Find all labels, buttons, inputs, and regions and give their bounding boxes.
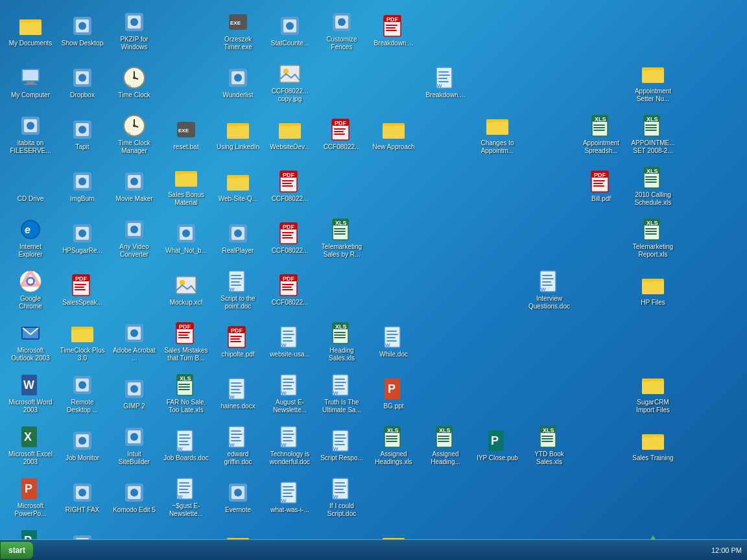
desktop-icon-using-linkedin[interactable]: Using LinkedIn [213,109,263,159]
desktop-icon-sales-training[interactable]: Sales Training [628,420,678,471]
desktop-icon-script-respo[interactable]: WScript Respo... [316,420,367,471]
sales-training-label: Sales Training [632,454,673,462]
desktop-icon-website-dev[interactable]: WebsiteDev... [265,109,315,159]
desktop-icon-telemarketing-report[interactable]: XLSTelemarketing Report.xls [628,213,678,263]
changes-to-appoint-label: Changes to Appointm... [475,139,520,155]
desktop-icon-itabita[interactable]: itabita on FILESERVE... [5,109,56,159]
desktop-icon-sales-mistakes[interactable]: PDFSales Mistakes that Turn B... [161,316,211,367]
desktop-icon-adobe-acrobat[interactable]: Adobe Acrobat ... [109,316,160,367]
desktop-icon-tilde-gust[interactable]: W~$gust E-Newslette... [161,472,211,522]
desktop-icon-gimp2[interactable]: GIMP 2 [109,368,160,419]
desktop-icon-bill-pdf[interactable]: PDFBill.pdf [576,161,626,211]
desktop-icon-changes-to-appoint[interactable]: Changes to Appointm... [472,109,523,159]
svg-rect-26 [24,84,37,85]
desktop-icon-orzeszek-timer[interactable]: EXEOrzeszek Timer.exe [213,5,263,56]
svg-rect-218 [334,332,346,333]
desktop-icon-intuit-sitebuilder[interactable]: Intuit SiteBuilder [109,420,160,471]
desktop-icon-website-usa[interactable]: Wwebsite-usa... [265,316,315,367]
desktop-icon-evernote[interactable]: Evernote [213,472,263,522]
desktop-icon-remote-desktop[interactable]: Remote Desktop ... [57,368,108,419]
desktop-icon-telemarketing-sales[interactable]: XLSTelemarketing Sales by R... [316,213,367,263]
desktop-icon-movie-maker[interactable]: Movie Maker [109,161,160,211]
desktop-icon-timeclock-plus[interactable]: TimeClock Plus 3.0 [57,316,108,367]
desktop-icon-new-approach[interactable]: New Approach [368,109,419,159]
desktop-icon-while-doc[interactable]: WWhile.doc [368,316,419,367]
desktop-icon-haines-doc[interactable]: Whaines.docx [213,368,263,419]
desktop-icon-technology-wonderful[interactable]: WTechnology is wonderful.doc [265,420,315,471]
desktop-icon-time-clock-manager[interactable]: ⏱Time Clock Manager [109,109,160,159]
desktop-icon-truth-is[interactable]: WTruth Is The Ultimate Sa... [316,368,367,419]
desktop-icon-bg-ppt[interactable]: PBG.ppt [368,368,419,419]
desktop-icon-hp-files[interactable]: HP Files [628,264,678,315]
desktop-icon-ms-word-2003[interactable]: WMicrosoft Word 2003 [5,368,56,419]
desktop-icon-breakdown-doc2[interactable]: WBreakdown.... [420,57,471,108]
desktop-icon-tapit[interactable]: Tapit [57,109,108,159]
desktop-icon-job-boards-doc[interactable]: WJob Boards.doc [161,420,211,471]
desktop-icon-interview-questions[interactable]: WInterview Questions.doc [524,264,575,315]
svg-rect-346 [335,492,345,493]
heading-sales-icon: XLS [329,321,354,345]
desktop-icon-hpsugar[interactable]: HPSugarRe... [57,213,108,263]
desktop-icon-reset-bat[interactable]: EXEreset.bat [161,109,211,159]
desktop-icon-internet-explorer[interactable]: eInternet Explorer [5,213,56,263]
desktop-icon-time-clock[interactable]: ⏱Time Clock [109,57,160,108]
desktop-icon-august-enewsletter[interactable]: WAugust E-Newslette... [265,368,315,419]
desktop-icon-dropbox[interactable]: Dropbox [57,57,108,108]
desktop-icon-chipolte-pdf[interactable]: PDFchipolte.pdf [213,316,263,367]
desktop-icon-ccf080220e[interactable]: PDFCCF08022... [265,264,315,315]
desktop-icon-job-monitor[interactable]: Job Monitor [57,420,108,471]
desktop-icon-my-computer[interactable]: My Computer [5,57,56,108]
desktop-icon-appointme-set[interactable]: XLSAPPOINTME... SET 2008-2... [628,109,678,159]
svg-text:XLS: XLS [335,220,347,226]
desktop-icon-cd-drive[interactable]: CD Drive [5,161,56,211]
desktop-icon-what-not[interactable]: What_Not_b... [161,213,211,263]
desktop-icon-if-i-could-script[interactable]: WIf I could Script.doc [316,472,367,522]
desktop-icon-pkzip[interactable]: PKZIP for Windows [109,5,160,56]
desktop-icon-empty41 [368,472,419,522]
desktop-icon-ccf080220c[interactable]: PDFCCF08022... [265,161,315,211]
desktop-icon-sales-bonus-material[interactable]: Sales Bonus Material [161,161,211,211]
while-doc-label: While.doc [379,351,408,358]
desktop-icon-wunderlist[interactable]: Wunderlist [213,57,263,108]
desktop-icon-right-fax[interactable]: RIGHT FAX [57,472,108,522]
start-button[interactable]: start [0,541,34,559]
desktop-icon-sugarcrm-import[interactable]: SugarCRM Import Files [628,368,678,419]
desktop-icon-ccf080220-copy[interactable]: CCF08022... copy.jpg [265,57,315,108]
desktop-icon-far-no-sale[interactable]: XLSFAR No Sale, Too Late.xls [161,368,211,419]
desktop-icon-any-video-converter[interactable]: Any Video Converter [109,213,160,263]
desktop-icon-mockup[interactable]: Mockup.xcf [161,264,211,315]
desktop-icon-ms-excel-2003[interactable]: XMicrosoft Excel 2003 [5,420,56,471]
desktop-icon-calling-schedule[interactable]: XLS2010 Calling Schedule.xls [628,161,678,211]
desktop-icon-appointment-setter[interactable]: Appointment Setter Nu... [628,57,678,108]
desktop-icon-assigned-heading2[interactable]: XLSAssigned Heading... [420,420,471,471]
desktop-icon-ytd-book-sales[interactable]: XLSYTD Book Sales.xls [524,420,575,471]
desktop-icon-google-chrome[interactable]: Google Chrome [5,264,56,315]
desktop-icon-realplayer[interactable]: RealPlayer [213,213,263,263]
desktop-icon-statcounter[interactable]: StatCounte... [265,5,315,56]
desktop-icon-my-documents[interactable]: My Documents [5,5,56,56]
desktop-icon-iyp-close[interactable]: PIYP Close.pub [472,420,523,471]
svg-rect-301 [386,441,397,442]
desktop-icon-ccf080220d[interactable]: PDFCCF08022... [265,213,315,263]
desktop-icon-web-site-q[interactable]: Web-Site-Q... [213,161,263,211]
desktop-icon-assigned-headings[interactable]: XLSAssigned Headings.xls [368,420,419,471]
desktop-icon-edward-griffin[interactable]: Wedward griffin.doc [213,420,263,471]
desktop-icon-komodo-edit[interactable]: Komodo Edit 5 [109,472,160,522]
desktop-icon-breakdown-pdf[interactable]: PDFBreakdown.... [368,5,419,56]
desktop-icon-show-desktop[interactable]: Show Desktop [57,5,108,56]
desktop-icon-appointment-spreadsh[interactable]: XLSAppointment Spreadsh... [576,109,626,159]
svg-text:XLS: XLS [180,375,191,382]
svg-rect-256 [335,385,344,386]
desktop-icon-ms-outlook-2003[interactable]: Microsoft Outlook 2003 [5,316,56,367]
desktop-icon-what-was-i[interactable]: Wwhat-was-i-... [265,472,315,522]
desktop-icon-ccf080220b[interactable]: PDFCCF08022... [316,109,367,159]
desktop-icon-ms-powerpoint[interactable]: PMicrosoft PowerPo... [5,472,56,522]
desktop-icon-script-to-the-point[interactable]: WScript to the point.doc [213,264,263,315]
desktop-icon-customize-fences[interactable]: Customize Fences [316,5,367,56]
svg-point-54 [78,126,86,134]
svg-text:⏱: ⏱ [126,132,131,137]
desktop-icon-salesspeak[interactable]: PDFSalesSpeak... [57,264,108,315]
desktop-icon-imgburn[interactable]: ImgBurn [57,161,108,211]
desktop-icon-heading-sales[interactable]: XLSHeading Sales.xls [316,316,367,367]
svg-rect-67 [279,123,288,126]
